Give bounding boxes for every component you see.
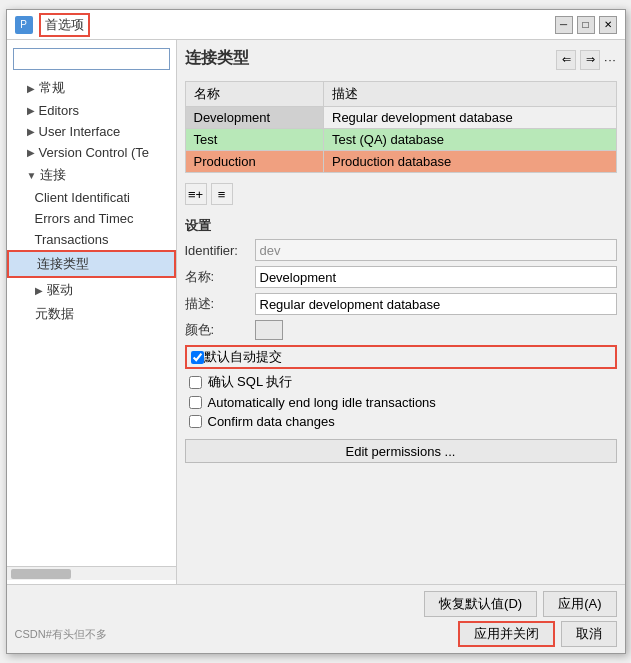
titlebar-left: P 首选项 [15, 13, 90, 37]
col-header-desc: 描述 [324, 82, 617, 107]
row-production-desc: Production database [324, 151, 617, 173]
sidebar-item-version-control[interactable]: Version Control (Te [7, 142, 176, 163]
footer: 恢复默认值(D) 应用(A) CSDN#有头但不多 应用并关闭 取消 [7, 584, 625, 653]
description-input[interactable] [255, 293, 617, 315]
description-label: 描述: [185, 295, 255, 313]
back-button[interactable]: ⇐ [556, 50, 576, 70]
row-development-name: Development [185, 107, 324, 129]
app-icon: P [15, 16, 33, 34]
close-button[interactable]: ✕ [599, 16, 617, 34]
sidebar-item-client-identification[interactable]: Client Identificati [7, 187, 176, 208]
identifier-label: Identifier: [185, 243, 255, 258]
settings-title: 设置 [185, 217, 617, 235]
sidebar-item-transactions[interactable]: Transactions [7, 229, 176, 250]
arrow-icon [27, 170, 37, 181]
auto-end-idle-row: Automatically end long idle transactions [185, 395, 617, 410]
auto-commit-checkbox[interactable] [191, 351, 204, 364]
confirm-sql-label: 确认 SQL 执行 [208, 373, 293, 391]
edit-permissions-button[interactable]: Edit permissions ... [185, 439, 617, 463]
table-row[interactable]: Development Regular development database [185, 107, 616, 129]
forward-button[interactable]: ⇒ [580, 50, 600, 70]
auto-commit-label: 默认自动提交 [204, 348, 282, 366]
arrow-icon [27, 105, 35, 116]
row-development-desc: Regular development database [324, 107, 617, 129]
sidebar-hscroll[interactable] [7, 566, 176, 580]
titlebar-buttons: ─ □ ✕ [555, 16, 617, 34]
sidebar-item-errors-timeouts[interactable]: Errors and Timec [7, 208, 176, 229]
sidebar-item-connection[interactable]: 连接 [7, 163, 176, 187]
table-row[interactable]: Production Production database [185, 151, 616, 173]
description-row: 描述: [185, 293, 617, 315]
remove-connection-button[interactable]: ≡ [211, 183, 233, 205]
arrow-icon [27, 147, 35, 158]
sidebar-item-editors[interactable]: Editors [7, 100, 176, 121]
identifier-input[interactable] [255, 239, 617, 261]
footer-actions: 应用并关闭 取消 [458, 621, 617, 647]
confirm-sql-row: 确认 SQL 执行 [185, 373, 617, 391]
minimize-button[interactable]: ─ [555, 16, 573, 34]
auto-end-idle-label: Automatically end long idle transactions [208, 395, 436, 410]
row-production-name: Production [185, 151, 324, 173]
table-row[interactable]: Test Test (QA) database [185, 129, 616, 151]
auto-commit-row: 默认自动提交 [185, 345, 617, 369]
footer-row1: 恢复默认值(D) 应用(A) [15, 591, 617, 617]
color-label: 颜色: [185, 321, 255, 339]
auto-end-idle-checkbox[interactable] [189, 396, 202, 409]
sidebar-item-general[interactable]: 常规 [7, 76, 176, 100]
name-row: 名称: [185, 266, 617, 288]
confirm-data-checkbox[interactable] [189, 415, 202, 428]
confirm-sql-checkbox[interactable] [189, 376, 202, 389]
name-label: 名称: [185, 268, 255, 286]
sidebar-item-driver[interactable]: 驱动 [7, 278, 176, 302]
apply-close-button[interactable]: 应用并关闭 [458, 621, 555, 647]
preferences-window: P 首选项 ─ □ ✕ 常规 Editors [6, 9, 626, 654]
row-test-desc: Test (QA) database [324, 129, 617, 151]
window-title: 首选项 [39, 13, 90, 37]
arrow-icon [35, 285, 43, 296]
main-panel: 连接类型 ⇐ ⇒ ··· 名称 描述 Development [177, 40, 625, 584]
color-row: 颜色: [185, 320, 617, 340]
sidebar: 常规 Editors User Interface Version Contro… [7, 40, 177, 584]
confirm-data-label: Confirm data changes [208, 414, 335, 429]
search-input[interactable] [13, 48, 170, 70]
cancel-button[interactable]: 取消 [561, 621, 617, 647]
panel-title: 连接类型 [185, 48, 249, 69]
color-picker[interactable] [255, 320, 283, 340]
confirm-data-row: Confirm data changes [185, 414, 617, 429]
sidebar-item-connection-type[interactable]: 连接类型 [7, 250, 176, 278]
row-test-name: Test [185, 129, 324, 151]
hscroll-thumb[interactable] [11, 569, 71, 579]
arrow-icon [27, 126, 35, 137]
restore-default-button[interactable]: 恢复默认值(D) [424, 591, 537, 617]
name-input[interactable] [255, 266, 617, 288]
identifier-row: Identifier: [185, 239, 617, 261]
maximize-button[interactable]: □ [577, 16, 595, 34]
sidebar-item-user-interface[interactable]: User Interface [7, 121, 176, 142]
content-area: 常规 Editors User Interface Version Contro… [7, 40, 625, 584]
add-connection-button[interactable]: ≡+ [185, 183, 207, 205]
titlebar: P 首选项 ─ □ ✕ [7, 10, 625, 40]
nav-bar: ⇐ ⇒ ··· [556, 50, 616, 70]
search-box[interactable] [13, 48, 170, 70]
footer-row2: CSDN#有头但不多 应用并关闭 取消 [15, 621, 617, 647]
col-header-name: 名称 [185, 82, 324, 107]
toolbar: ≡+ ≡ [185, 183, 617, 205]
connection-table: 名称 描述 Development Regular development da… [185, 81, 617, 173]
apply-button[interactable]: 应用(A) [543, 591, 616, 617]
nav-dots: ··· [604, 54, 616, 66]
watermark: CSDN#有头但不多 [15, 627, 107, 642]
arrow-icon [27, 83, 35, 94]
sidebar-item-metadata[interactable]: 元数据 [7, 302, 176, 326]
